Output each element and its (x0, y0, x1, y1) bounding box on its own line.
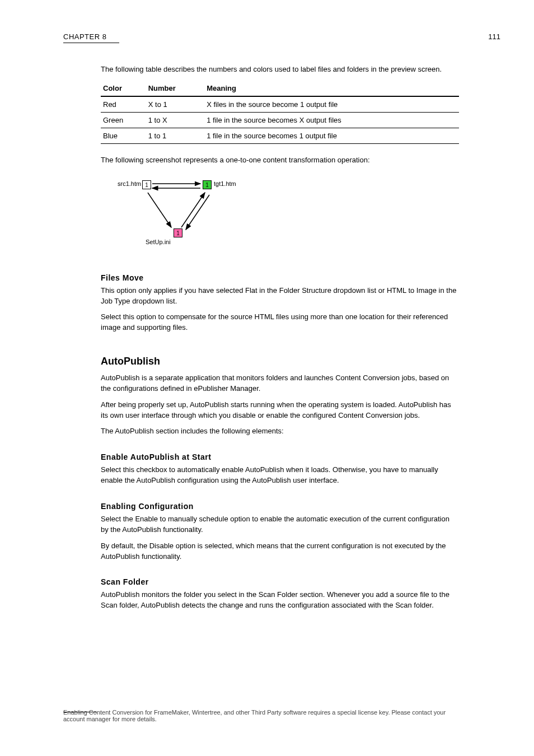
footer-note: Enabling Content Conversion for FrameMak… (63, 709, 455, 722)
example-intro: The following screenshot represents a on… (101, 155, 459, 166)
label-target: tgt1.htm (214, 180, 236, 187)
header-rule (63, 43, 119, 43)
intro-paragraph: The following table describes the number… (101, 64, 459, 75)
filesmove-p1: This option only applies if you have sel… (101, 286, 459, 307)
cell: 1 file in the source becomes X output fi… (204, 112, 459, 128)
svg-line-3 (181, 193, 205, 227)
autopublish-p1: AutoPublish is a separate application th… (101, 373, 459, 394)
cell: 1 to 1 (146, 128, 204, 143)
svg-line-4 (186, 195, 209, 230)
node-target: 1 (203, 180, 212, 189)
autopublish-p2: After being properly set up, AutoPublish… (101, 400, 459, 421)
cell: 1 file in the source becomes 1 output fi… (204, 128, 459, 143)
cell: Green (101, 112, 146, 128)
label-setup: SetUp.ini (146, 239, 171, 245)
col-number: Number (146, 81, 204, 96)
cell: 1 to X (146, 112, 204, 128)
node-setup: 1 (174, 228, 182, 237)
cell: X files in the source become 1 output fi… (204, 96, 459, 113)
col-meaning: Meaning (204, 81, 459, 96)
heading-autopublish: AutoPublish (101, 356, 459, 367)
page: CHAPTER 8 111 The following table descri… (0, 0, 534, 756)
cell: X to 1 (146, 96, 204, 113)
cell: Blue (101, 128, 146, 143)
scan-folder-p1: AutoPublish monitors the folder you sele… (101, 590, 459, 611)
cell: Red (101, 96, 146, 113)
heading-enabling-configuration: Enabling Configuration (101, 502, 459, 511)
filesmove-p2: Select this option to compensate for the… (101, 312, 459, 333)
heading-enable-autopublish-start: Enable AutoPublish at Start (101, 452, 459, 461)
heading-files-move: Files Move (101, 273, 459, 282)
enable-start-p1: Select this checkbox to automatically en… (101, 465, 459, 486)
table-row: Red X to 1 X files in the source become … (101, 96, 459, 113)
enabling-config-p2: By default, the Disable option is select… (101, 541, 459, 562)
color-meaning-table: Color Number Meaning Red X to 1 X files … (101, 81, 459, 144)
chapter-label: CHAPTER 8 (63, 32, 106, 41)
label-source: src1.htm (118, 180, 141, 187)
table-row: Blue 1 to 1 1 file in the source becomes… (101, 128, 459, 143)
page-number: 111 (488, 32, 500, 41)
table-row: Green 1 to X 1 file in the source become… (101, 112, 459, 128)
node-source: 1 (142, 180, 151, 189)
table-header-row: Color Number Meaning (101, 81, 459, 96)
content-area: The following table describes the number… (101, 64, 459, 617)
heading-scan-folder: Scan Folder (101, 577, 459, 586)
autopublish-p3: The AutoPublish section includes the fol… (101, 426, 459, 437)
col-color: Color (101, 81, 146, 96)
enabling-config-p1: Select the Enable to manually schedule o… (101, 514, 459, 535)
transformation-diagram: 1 src1.htm 1 tgt1.htm 1 SetUp.ini (118, 174, 246, 258)
svg-line-2 (148, 193, 171, 227)
